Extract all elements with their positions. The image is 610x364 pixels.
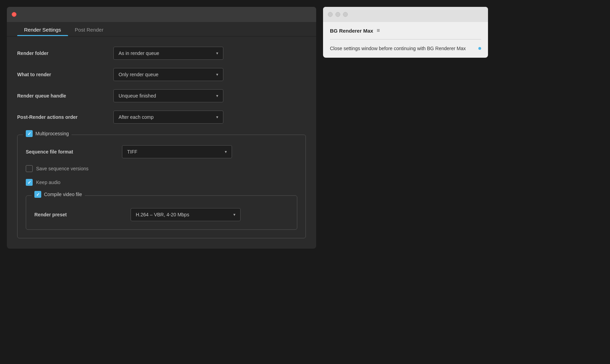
tab-render-settings[interactable]: Render Settings: [17, 22, 68, 36]
compile-video-label-wrapper: ✓ Compile video file: [32, 191, 85, 198]
right-titlebar: [323, 7, 488, 22]
sequence-file-format-dropdown[interactable]: TIFF ▾: [122, 145, 232, 158]
right-title-row: BG Renderer Max ≡: [330, 27, 481, 34]
chevron-down-icon: ▾: [216, 115, 218, 120]
compile-video-content: Render preset H.264 – VBR, 4-20 Mbps ▾: [34, 203, 289, 221]
post-render-actions-order-dropdown[interactable]: After each comp ▾: [113, 111, 223, 124]
chevron-down-icon: ▾: [233, 212, 235, 217]
render-queue-handle-label: Render queue handle: [17, 93, 107, 99]
keep-audio-label: Keep audio: [36, 180, 60, 185]
divider: [330, 39, 481, 39]
render-queue-handle-dropdown[interactable]: Unqueue finished ▾: [113, 89, 223, 102]
compile-video-checkbox[interactable]: ✓: [34, 191, 41, 198]
chevron-down-icon: ▾: [216, 72, 218, 77]
render-preset-label: Render preset: [34, 212, 124, 217]
blue-dot-indicator: [478, 47, 481, 50]
checkmark-icon: ✓: [27, 132, 31, 136]
maximize-button[interactable]: [343, 12, 348, 17]
what-to-render-label: What to render: [17, 72, 107, 77]
right-content: BG Renderer Max ≡ Close settings window …: [323, 22, 488, 58]
save-sequence-versions-checkbox[interactable]: [26, 165, 33, 172]
close-button[interactable]: [328, 12, 333, 17]
post-render-actions-order-row: Post-Render actions order After each com…: [17, 111, 306, 124]
sequence-file-format-label: Sequence file format: [26, 149, 115, 155]
left-panel: Render Settings Post Render Render folde…: [7, 7, 316, 249]
sequence-file-format-row: Sequence file format TIFF ▾: [26, 145, 297, 158]
multiprocessing-content: Sequence file format TIFF ▾ Save sequenc…: [26, 142, 297, 230]
what-to-render-dropdown[interactable]: Only render queue ▾: [113, 68, 223, 81]
multiprocessing-label: Multiprocessing: [35, 131, 69, 136]
titlebar: [7, 7, 316, 22]
what-to-render-row: What to render Only render queue ▾: [17, 68, 306, 81]
minimize-button[interactable]: [335, 12, 340, 17]
render-folder-dropdown[interactable]: As in render queue ▾: [113, 47, 223, 60]
render-preset-row: Render preset H.264 – VBR, 4-20 Mbps ▾: [34, 208, 289, 221]
keep-audio-row: ✓ Keep audio: [26, 179, 297, 186]
keep-audio-checkbox[interactable]: ✓: [26, 179, 33, 186]
chevron-down-icon: ▾: [216, 51, 218, 56]
post-render-actions-order-label: Post-Render actions order: [17, 114, 107, 120]
close-button-red[interactable]: [12, 12, 16, 17]
render-folder-row: Render folder As in render queue ▾: [17, 47, 306, 60]
checkmark-icon: ✓: [27, 180, 31, 185]
multiprocessing-checkbox[interactable]: ✓: [26, 130, 33, 137]
app-title: BG Renderer Max: [330, 28, 373, 34]
save-sequence-versions-label: Save sequence versions: [36, 166, 89, 171]
chevron-down-icon: ▾: [216, 93, 218, 98]
right-message: Close settings window before continuing …: [330, 45, 478, 52]
panel-content: Render folder As in render queue ▾ What …: [7, 36, 316, 249]
render-queue-handle-row: Render queue handle Unqueue finished ▾: [17, 89, 306, 102]
compile-video-group: ✓ Compile video file Render preset H.264…: [26, 195, 297, 230]
multiprocessing-label-wrapper: ✓ Multiprocessing: [23, 130, 71, 137]
checkmark-icon: ✓: [36, 192, 40, 197]
tab-post-render[interactable]: Post Render: [68, 22, 110, 36]
render-folder-label: Render folder: [17, 50, 107, 56]
tab-bar: Render Settings Post Render: [7, 22, 316, 36]
chevron-down-icon: ▾: [225, 149, 227, 154]
right-panel: BG Renderer Max ≡ Close settings window …: [323, 7, 488, 58]
multiprocessing-group: ✓ Multiprocessing Sequence file format T…: [17, 135, 306, 238]
compile-video-label: Compile video file: [44, 192, 82, 197]
save-sequence-versions-row: Save sequence versions: [26, 165, 297, 172]
render-preset-dropdown[interactable]: H.264 – VBR, 4-20 Mbps ▾: [131, 208, 241, 221]
hamburger-icon[interactable]: ≡: [377, 27, 380, 34]
